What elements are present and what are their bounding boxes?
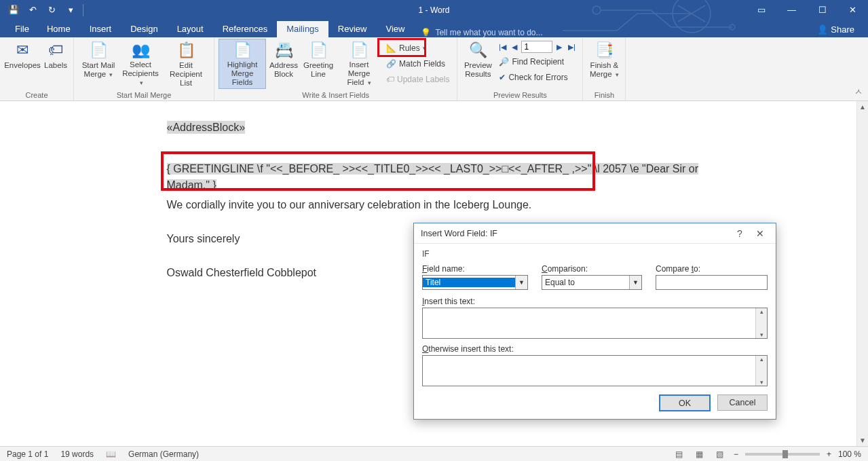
zoom-in-button[interactable]: + bbox=[827, 449, 831, 459]
scroll-down-icon[interactable]: ▾ bbox=[760, 379, 763, 386]
preview-label: Preview Results bbox=[464, 61, 492, 79]
find-recipient-label: Find Recipient bbox=[512, 57, 564, 67]
prev-record-button[interactable]: ◀ bbox=[509, 41, 520, 53]
check-icon: ✔ bbox=[499, 73, 506, 82]
close-button[interactable]: ✕ bbox=[837, 0, 868, 20]
compare-to-input[interactable] bbox=[656, 275, 768, 290]
scroll-up-icon[interactable]: ▲ bbox=[857, 101, 868, 113]
minimize-button[interactable]: — bbox=[776, 0, 807, 20]
zoom-out-button[interactable]: − bbox=[734, 449, 738, 459]
ribbon: ✉ Envelopes 🏷 Labels Create 📄 Start Mail… bbox=[0, 37, 868, 101]
chevron-down-icon[interactable]: ▼ bbox=[515, 276, 527, 289]
tab-references[interactable]: References bbox=[213, 21, 277, 37]
edit-recipient-list-button[interactable]: 📋 Edit Recipient List bbox=[162, 39, 210, 89]
read-mode-icon[interactable]: ▤ bbox=[673, 449, 686, 460]
tab-mailings[interactable]: Mailings bbox=[277, 21, 328, 37]
address-icon: 📇 bbox=[273, 41, 295, 60]
insert-merge-field-button[interactable]: 📄 Insert Merge Field bbox=[337, 39, 381, 89]
preview-results-button[interactable]: 🔍 Preview Results bbox=[461, 39, 494, 89]
scroll-down-icon[interactable]: ▼ bbox=[857, 435, 868, 446]
ok-button[interactable]: OK bbox=[659, 394, 711, 411]
customize-qat-icon[interactable]: ▾ bbox=[62, 2, 79, 18]
print-layout-icon[interactable]: ▦ bbox=[693, 449, 706, 460]
select-recipients-button[interactable]: 👥 Select Recipients bbox=[120, 39, 161, 89]
scroll-up-icon[interactable]: ▴ bbox=[760, 308, 763, 315]
zoom-slider[interactable] bbox=[745, 453, 820, 456]
collapse-ribbon-icon[interactable]: ㅅ bbox=[854, 86, 863, 98]
group-preview-label: Preview Results bbox=[461, 91, 578, 100]
finish-label: Finish & Merge bbox=[590, 61, 619, 79]
rules-label: Rules bbox=[399, 43, 420, 53]
highlight-merge-fields-button[interactable]: 📄 Highlight Merge Fields bbox=[219, 39, 266, 89]
share-button[interactable]: 👤 Share bbox=[813, 22, 858, 37]
finish-merge-button[interactable]: 📑 Finish & Merge bbox=[587, 39, 621, 89]
greeting-line-button[interactable]: 📄 Greeting Line bbox=[301, 39, 335, 89]
find-recipient-button[interactable]: 🔎Find Recipient bbox=[497, 54, 577, 69]
chevron-down-icon[interactable]: ▼ bbox=[629, 276, 641, 289]
greeting-label: Greeting Line bbox=[303, 61, 333, 79]
dialog-help-button[interactable]: ? bbox=[730, 228, 750, 239]
undo-icon[interactable]: ↶ bbox=[24, 2, 41, 18]
page-indicator[interactable]: Page 1 of 1 bbox=[7, 449, 48, 459]
tab-layout[interactable]: Layout bbox=[168, 21, 213, 37]
tab-review[interactable]: Review bbox=[328, 21, 377, 37]
find-icon: 🔎 bbox=[499, 57, 509, 67]
group-finish-label: Finish bbox=[587, 91, 621, 100]
share-icon: 👤 bbox=[817, 24, 828, 35]
match-fields-button[interactable]: 🔗Match Fields bbox=[384, 56, 451, 71]
comparison-combo[interactable]: Equal to ▼ bbox=[542, 275, 642, 290]
next-record-button[interactable]: ▶ bbox=[554, 41, 565, 53]
first-record-button[interactable]: |◀ bbox=[497, 41, 508, 53]
update-labels-button: 🏷Update Labels bbox=[384, 72, 451, 86]
word-count[interactable]: 19 words bbox=[60, 449, 94, 459]
redo-icon[interactable]: ↻ bbox=[43, 2, 60, 18]
tab-file[interactable]: File bbox=[10, 21, 37, 37]
title-bar: 💾 ↶ ↻ ▾ 1 - Word ▭ — ☐ ✕ bbox=[0, 0, 868, 20]
tab-insert[interactable]: Insert bbox=[80, 21, 121, 37]
zoom-level[interactable]: 100 % bbox=[838, 449, 861, 459]
scroll-up-icon[interactable]: ▴ bbox=[760, 356, 763, 363]
address-block-field[interactable]: «AddressBlock» bbox=[167, 121, 246, 134]
maximize-button[interactable]: ☐ bbox=[807, 0, 837, 20]
dialog-close-button[interactable]: ✕ bbox=[750, 228, 770, 239]
labels-label: Labels bbox=[44, 61, 67, 70]
record-number-input[interactable] bbox=[521, 41, 552, 53]
web-layout-icon[interactable]: ▧ bbox=[713, 449, 727, 460]
start-mail-merge-button[interactable]: 📄 Start Mail Merge bbox=[78, 39, 119, 89]
record-navigation: |◀ ◀ ▶ ▶| bbox=[497, 41, 577, 53]
language-indicator[interactable]: German (Germany) bbox=[128, 449, 199, 459]
tab-home[interactable]: Home bbox=[37, 21, 80, 37]
highlight-label: Highlight Merge Fields bbox=[221, 60, 264, 87]
field-name-combo[interactable]: Titel ▼ bbox=[422, 275, 528, 290]
scroll-down-icon[interactable]: ▾ bbox=[760, 331, 763, 338]
ribbon-display-options-icon[interactable]: ▭ bbox=[746, 0, 776, 20]
compare-to-label: Compare to: bbox=[656, 264, 768, 274]
proofing-icon[interactable]: 📖 bbox=[106, 449, 116, 459]
tab-view[interactable]: View bbox=[376, 21, 414, 37]
address-block-button[interactable]: 📇 Address Block bbox=[267, 39, 300, 89]
body-paragraph[interactable]: We cordially invite you to our anniversa… bbox=[167, 199, 702, 211]
rules-button[interactable]: 📐Rules ▾ bbox=[384, 41, 451, 55]
labels-button[interactable]: 🏷 Labels bbox=[42, 39, 69, 89]
quick-access-toolbar: 💾 ↶ ↻ ▾ bbox=[0, 2, 85, 18]
greeting-highlight-annotation bbox=[161, 151, 595, 191]
vertical-scrollbar[interactable]: ▲ ▼ bbox=[856, 101, 868, 446]
status-bar: Page 1 of 1 19 words 📖 German (Germany) … bbox=[0, 446, 868, 461]
dialog-title-bar[interactable]: Insert Word Field: IF ? ✕ bbox=[414, 223, 776, 244]
recipients-icon: 👥 bbox=[130, 41, 151, 59]
tell-me-placeholder: Tell me what you want to do... bbox=[435, 28, 542, 37]
check-errors-button[interactable]: ✔Check for Errors bbox=[497, 70, 577, 84]
dialog-section-label: IF bbox=[422, 249, 768, 259]
last-record-button[interactable]: ▶| bbox=[566, 41, 577, 53]
update-icon: 🏷 bbox=[386, 75, 394, 84]
finish-icon: 📑 bbox=[593, 41, 615, 60]
envelopes-label: Envelopes bbox=[4, 61, 41, 70]
tell-me-search[interactable]: 💡 Tell me what you want to do... bbox=[414, 28, 542, 37]
insert-text-area[interactable]: ▴▾ bbox=[422, 308, 768, 339]
tab-design[interactable]: Design bbox=[121, 21, 167, 37]
otherwise-text-area[interactable]: ▴▾ bbox=[422, 355, 768, 386]
cancel-button[interactable]: Cancel bbox=[717, 394, 768, 411]
envelopes-button[interactable]: ✉ Envelopes bbox=[4, 39, 41, 89]
check-errors-label: Check for Errors bbox=[508, 73, 567, 82]
save-icon[interactable]: 💾 bbox=[5, 2, 22, 18]
